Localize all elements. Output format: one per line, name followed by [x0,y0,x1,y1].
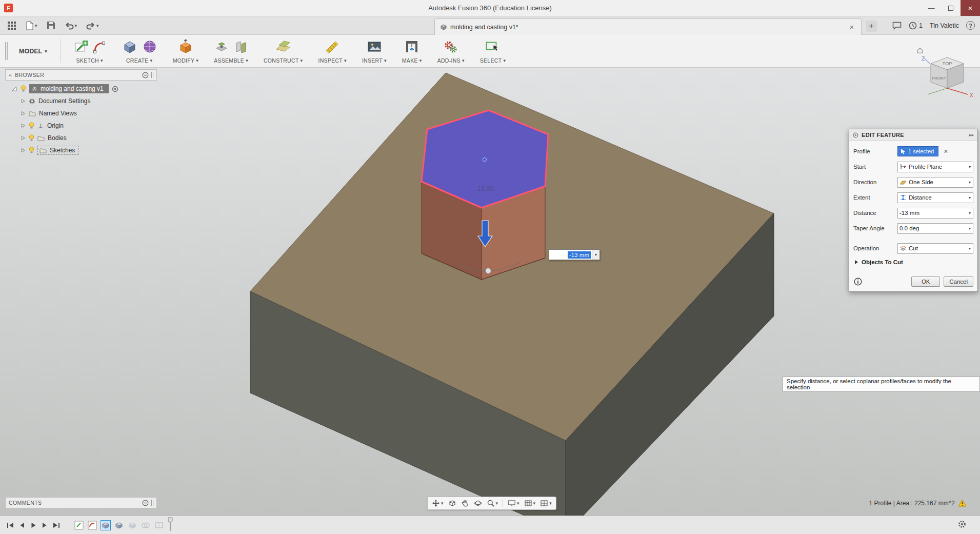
3d-print-icon[interactable] [404,39,419,54]
new-tab-button[interactable]: + [866,21,877,32]
browser-item-named-views[interactable]: Named Views [5,107,157,120]
zoom-button[interactable]: ▾ [487,499,498,507]
step-back-button[interactable] [18,522,26,529]
browser-item-bodies[interactable]: Bodies [5,132,157,144]
browser-root-row[interactable]: molding and casting v1 [5,83,157,95]
ribbon-group-make[interactable]: MAKE▾ [402,35,422,67]
timeline-feature-disabled[interactable] [141,520,151,530]
browser-header-bar[interactable]: « BROWSER [5,69,157,81]
distance-field[interactable]: -13 mm ▾ [897,208,973,219]
maximize-button[interactable] [941,0,961,16]
sketch-arc-icon[interactable] [93,39,106,54]
timeline-feature-extrude-selected[interactable] [101,520,111,530]
dialog-header[interactable]: EDIT FEATURE ▸▸ [849,129,977,141]
operation-dropdown[interactable]: Cut ▾ [897,243,973,254]
go-to-end-button[interactable] [52,522,61,529]
expand-triangle-icon[interactable] [21,111,26,116]
minimize-panel-icon[interactable] [142,72,149,78]
expand-triangle-icon[interactable] [21,135,26,141]
timeline-feature-extrude[interactable] [114,520,124,530]
cancel-button[interactable]: Cancel [944,276,973,287]
create-box-icon[interactable] [122,39,138,54]
document-tab[interactable]: molding and casting v1* × [434,18,862,35]
app-launcher-button[interactable] [5,19,18,32]
ribbon-group-assemble[interactable]: ASSEMBLE▾ [214,35,248,67]
timeline-feature-disabled[interactable] [127,520,137,530]
visibility-bulb-icon[interactable] [21,85,26,92]
profile-clear-button[interactable]: × [944,147,948,155]
visibility-bulb-icon[interactable] [29,122,34,129]
fit-view-button[interactable] [448,499,456,507]
construction-plane-icon[interactable] [275,39,291,54]
profile-selected-badge[interactable]: 1 selected [897,146,938,156]
ribbon-group-modify[interactable]: MODIFY▾ [173,35,198,67]
minimize-button[interactable]: — [922,0,941,16]
help-button[interactable]: ? [966,21,975,30]
direction-dropdown[interactable]: One Side ▾ [897,177,973,188]
close-button[interactable]: × [961,0,980,16]
comments-header-bar[interactable]: COMMENTS [5,497,157,508]
objects-to-cut-expander[interactable]: Objects To Cut [854,259,973,265]
pan-tool-button[interactable]: ▾ [432,499,444,507]
3d-viewport[interactable]: 13.00 « BROWSER molding and casting v1 [0,68,980,516]
minimize-panel-icon[interactable] [142,500,149,506]
activate-component-icon[interactable] [112,86,118,92]
grid-settings-button[interactable]: ▾ [524,499,536,507]
info-icon[interactable] [854,278,862,286]
go-to-start-button[interactable] [6,522,14,529]
dialog-expand-icon[interactable]: ▸▸ [969,132,974,137]
user-name[interactable]: Tin Valetic [930,22,959,29]
expand-triangle-icon[interactable] [21,148,26,153]
workspace-switcher[interactable]: MODEL▾ [11,35,55,67]
save-button[interactable] [45,19,57,31]
tab-close-button[interactable]: × [848,23,856,31]
viewports-button[interactable]: ▾ [540,499,552,507]
undo-button[interactable]: ▾ [63,20,79,31]
browser-item-sketches[interactable]: Sketches [5,144,157,156]
sketches-selection-box[interactable]: Sketches [37,146,78,155]
pan-hand-button[interactable] [461,499,469,507]
start-dropdown[interactable]: Profile Plane ▾ [897,162,973,172]
warning-icon[interactable] [958,499,967,507]
browser-root-item[interactable]: molding and casting v1 [29,84,109,93]
ribbon-group-sketch[interactable]: SKETCH▾ [73,35,106,67]
distance-input-value[interactable]: -13 mm [568,251,591,259]
expand-arrow-icon[interactable] [11,86,17,92]
visibility-bulb-icon[interactable] [29,147,34,154]
ribbon-group-construct[interactable]: CONSTRUCT▾ [264,35,303,67]
ribbon-group-addins[interactable]: ADD-INS▾ [437,35,465,67]
measure-icon[interactable] [325,39,340,54]
view-cube[interactable]: Z TOP FRONT X [912,47,977,101]
timeline-feature-sketch[interactable] [87,520,97,530]
rotate-manipulator-handle[interactable] [486,268,491,274]
expand-triangle-icon[interactable] [21,123,26,128]
notification-button[interactable]: 1 [909,22,923,30]
select-cursor-icon[interactable] [485,39,501,54]
timeline-position-marker[interactable] [167,517,173,533]
panel-grip[interactable] [151,500,153,506]
assemble-panels-icon[interactable] [234,39,248,54]
ribbon-group-select[interactable]: SELECT▾ [480,35,506,67]
browser-item-document-settings[interactable]: Document Settings [5,95,157,107]
step-forward-button[interactable] [41,522,48,529]
distance-input[interactable]: -13 mm ▾ [549,249,600,260]
toolbar-grip[interactable] [5,42,8,60]
timeline-settings-button[interactable] [957,520,967,530]
create-sketch-icon[interactable] [73,39,89,54]
file-menu-button[interactable]: ▾ [24,19,39,32]
expand-triangle-icon[interactable] [21,98,26,104]
extent-dropdown[interactable]: Distance ▾ [897,192,973,203]
joint-icon[interactable] [214,39,230,54]
panel-grip[interactable] [151,72,153,78]
display-settings-button[interactable]: ▾ [508,499,519,507]
collapse-panel-icon[interactable]: « [9,72,12,78]
press-pull-icon[interactable] [178,39,193,54]
distance-input-dropdown[interactable]: ▾ [592,250,599,260]
orbit-button[interactable] [474,499,482,507]
redo-button[interactable]: ▾ [84,20,101,31]
ok-button[interactable]: OK [911,276,940,287]
addins-gears-icon[interactable] [443,39,458,54]
create-form-icon[interactable] [142,39,157,54]
play-button[interactable] [30,522,37,529]
taper-angle-field[interactable]: 0.0 deg ▾ [897,223,973,234]
